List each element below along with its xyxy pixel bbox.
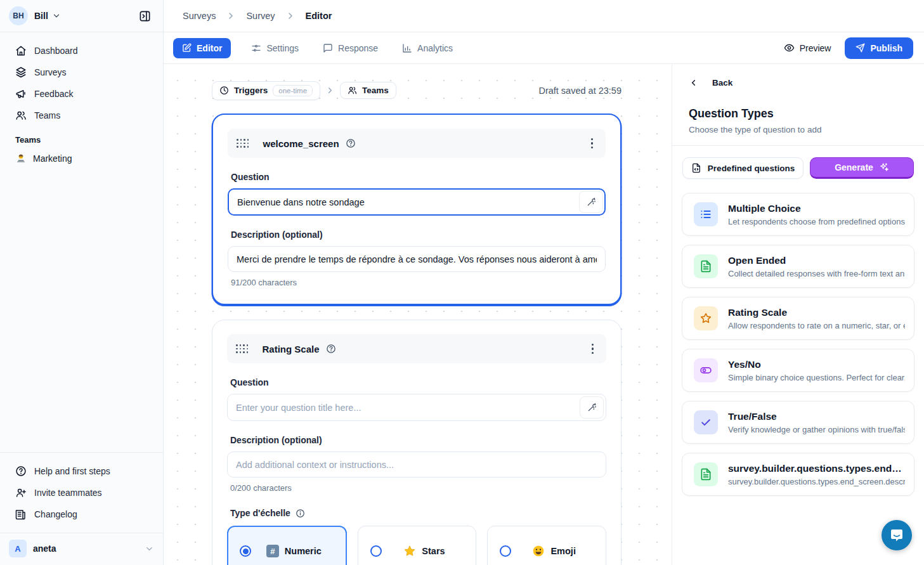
scale-type-options: # Numeric Stars [227,526,606,565]
user-plus-icon [15,487,27,498]
type-card-true-false[interactable]: True/False Verify knowledge or gather op… [682,401,914,444]
generate-label: Generate [835,162,873,172]
type-desc: survey.builder.questions.types.end_scree… [728,477,905,486]
radio-unselected[interactable] [370,545,382,557]
draft-status: Draft saved at 23:59 [538,86,621,96]
question-card-rating[interactable]: Rating Scale Question Description (optio… [212,320,621,565]
description-label: Description (optional) [230,435,603,445]
tab-settings[interactable]: Settings [242,38,308,58]
scale-type-label: Type d'échelle [230,508,603,518]
file-code-icon [691,163,701,173]
predefined-questions-button[interactable]: Predefined questions [682,157,804,179]
one-time-badge: one-time [273,85,313,96]
workspace-switcher[interactable]: BH Bill [0,0,163,32]
magic-wand-button[interactable] [580,396,604,419]
chat-launcher-button[interactable] [882,520,912,550]
back-button[interactable]: Back [689,78,914,88]
breadcrumb: Surveys Survey Editor [164,0,924,32]
help-circle-icon[interactable] [346,138,356,148]
magic-wand-button[interactable] [579,191,603,213]
tab-editor[interactable]: Editor [173,38,231,58]
smiley-emoji-icon [532,545,545,557]
tab-analytics[interactable]: Analytics [393,38,462,58]
breadcrumb-survey[interactable]: Survey [246,11,275,21]
type-desc: Collect detailed responses with free-for… [728,269,905,278]
teams-pill[interactable]: Teams [340,82,396,99]
sidebar-item-feedback[interactable]: Feedback [6,83,157,105]
layers-icon [15,67,27,78]
content-row: Triggers one-time Teams Draft saved at 2… [164,64,924,565]
file-text-icon [694,254,718,278]
teams-pill-label: Teams [362,86,389,95]
question-types-panel: Back Question Types Choose the type of q… [672,64,924,565]
sidebar-item-help[interactable]: Help and first steps [6,460,157,482]
tab-label: Analytics [417,43,453,53]
type-desc: Let respondents choose from predefined o… [728,217,905,226]
star-emoji-icon [403,545,416,557]
tab-label: Response [338,43,378,53]
help-circle-icon[interactable] [326,344,336,354]
rating-description-input[interactable] [227,451,606,477]
check-icon [694,410,718,434]
question-card-welcome[interactable]: welcome_screen Question Description (opt… [212,114,621,305]
rating-question-input[interactable] [227,394,606,421]
help-circle-icon [15,465,27,477]
type-name: Open Ended [728,255,905,266]
drag-handle-icon[interactable] [236,344,249,353]
sidebar-item-surveys[interactable]: Surveys [6,62,157,83]
char-count: 91/200 characters [231,278,602,287]
type-card-multiple-choice[interactable]: Multiple Choice Let respondents choose f… [682,193,914,236]
app-root: BH Bill Dashboard Surveys Feedback [0,0,924,565]
more-vertical-icon[interactable] [587,136,597,151]
workspace-avatar: BH [9,6,28,25]
rating-card-title: Rating Scale [263,344,320,354]
users-icon [348,86,357,95]
char-count: 0/200 characters [230,483,603,493]
type-name: Multiple Choice [728,203,905,214]
welcome-card-header[interactable]: welcome_screen [228,129,606,158]
more-vertical-icon[interactable] [588,341,597,356]
generate-button[interactable]: Generate [810,157,914,179]
send-icon [856,43,865,53]
type-desc: Allow respondents to rate on a numeric, … [728,321,905,330]
scale-option-emoji[interactable]: Emoji [487,526,606,565]
radio-unselected[interactable] [500,545,511,557]
description-label: Description (optional) [231,230,602,240]
scale-option-stars[interactable]: Stars [358,526,477,565]
publish-button[interactable]: Publish [845,37,913,59]
megaphone-icon [15,88,27,100]
type-card-end-screen[interactable]: survey.builder.questions.types.end_scr..… [682,453,914,496]
breadcrumb-surveys[interactable]: Surveys [183,11,216,21]
question-description-input[interactable] [228,246,606,272]
tab-label: Settings [266,43,299,53]
info-icon[interactable] [296,509,305,518]
chevron-down-icon [145,544,154,554]
sidebar-collapse-button[interactable] [135,6,154,25]
sidebar-footer: Help and first steps Invite teammates Ch… [0,452,163,528]
tab-label: Editor [197,43,222,53]
main-area: Surveys Survey Editor Editor Settings Re… [164,0,924,565]
account-menu[interactable]: A aneta [0,533,163,565]
option-label: Numeric [285,546,322,556]
rating-card-header[interactable]: Rating Scale [227,334,606,363]
triggers-pill[interactable]: Triggers one-time [212,81,320,100]
sidebar-item-teams[interactable]: Teams [6,105,157,126]
sidebar-item-dashboard[interactable]: Dashboard [6,40,157,62]
sidebar-item-invite[interactable]: Invite teammates [6,482,157,503]
sidebar-item-label: Teams [34,110,60,120]
team-label: Marketing [33,153,72,164]
type-card-rating-scale[interactable]: Rating Scale Allow respondents to rate o… [682,297,914,340]
preview-button[interactable]: Preview [784,42,831,53]
type-card-yes-no[interactable]: Yes/No Simple binary choice questions. P… [682,349,914,392]
scale-option-numeric[interactable]: # Numeric [227,526,347,565]
newspaper-icon [15,509,27,520]
question-title-input[interactable] [228,188,606,216]
drag-handle-icon[interactable] [237,139,249,148]
type-card-open-ended[interactable]: Open Ended Collect detailed responses wi… [682,245,914,288]
sidebar-item-changelog[interactable]: Changelog [6,503,157,525]
welcome-card-title: welcome_screen [263,138,339,149]
sidebar-item-label: Changelog [34,509,77,519]
sidebar-team-marketing[interactable]: Marketing [6,148,157,169]
radio-selected[interactable] [240,545,251,557]
tab-response[interactable]: Response [314,38,387,58]
